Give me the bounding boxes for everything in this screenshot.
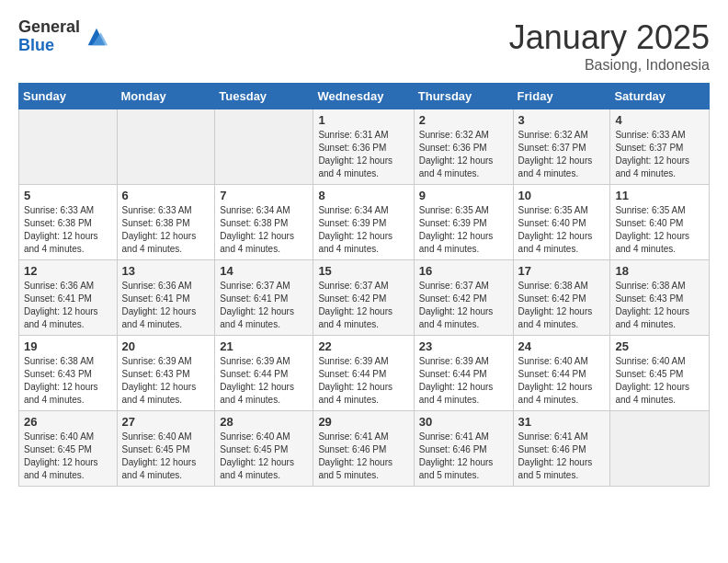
calendar-cell — [215, 109, 313, 185]
calendar-cell: 13Sunrise: 6:36 AM Sunset: 6:41 PM Dayli… — [117, 260, 215, 336]
calendar-cell: 9Sunrise: 6:35 AM Sunset: 6:39 PM Daylig… — [414, 185, 513, 260]
day-number: 18 — [615, 264, 704, 278]
day-number: 20 — [122, 339, 210, 353]
calendar-cell: 1Sunrise: 6:31 AM Sunset: 6:36 PM Daylig… — [313, 109, 414, 185]
day-info: Sunrise: 6:39 AM Sunset: 6:43 PM Dayligh… — [122, 355, 210, 407]
day-number: 5 — [24, 189, 112, 202]
day-number: 13 — [122, 264, 210, 278]
day-number: 9 — [419, 189, 508, 202]
calendar-cell: 28Sunrise: 6:40 AM Sunset: 6:45 PM Dayli… — [215, 411, 313, 487]
day-info: Sunrise: 6:32 AM Sunset: 6:37 PM Dayligh… — [518, 129, 606, 180]
calendar-cell: 15Sunrise: 6:37 AM Sunset: 6:42 PM Dayli… — [313, 260, 414, 336]
calendar-cell: 24Sunrise: 6:40 AM Sunset: 6:44 PM Dayli… — [513, 336, 610, 411]
calendar-cell: 14Sunrise: 6:37 AM Sunset: 6:41 PM Dayli… — [215, 260, 313, 336]
logo-text: General Blue — [18, 18, 80, 55]
logo-blue: Blue — [18, 37, 80, 55]
day-info: Sunrise: 6:41 AM Sunset: 6:46 PM Dayligh… — [518, 431, 606, 482]
logo: General Blue — [18, 18, 109, 55]
calendar-cell: 22Sunrise: 6:39 AM Sunset: 6:44 PM Dayli… — [313, 336, 414, 411]
day-number: 15 — [318, 264, 408, 278]
day-number: 3 — [518, 113, 606, 127]
calendar-cell: 26Sunrise: 6:40 AM Sunset: 6:45 PM Dayli… — [19, 411, 118, 487]
weekday-header-thursday: Thursday — [414, 84, 513, 109]
day-info: Sunrise: 6:36 AM Sunset: 6:41 PM Dayligh… — [24, 280, 112, 331]
calendar-cell: 19Sunrise: 6:38 AM Sunset: 6:43 PM Dayli… — [19, 336, 118, 411]
calendar-cell: 25Sunrise: 6:40 AM Sunset: 6:45 PM Dayli… — [610, 336, 710, 411]
weekday-header-tuesday: Tuesday — [215, 84, 313, 109]
day-info: Sunrise: 6:35 AM Sunset: 6:40 PM Dayligh… — [518, 204, 606, 256]
day-info: Sunrise: 6:37 AM Sunset: 6:42 PM Dayligh… — [318, 280, 408, 331]
weekday-header-sunday: Sunday — [19, 84, 118, 109]
month-title: January 2025 — [509, 18, 710, 57]
day-info: Sunrise: 6:40 AM Sunset: 6:45 PM Dayligh… — [220, 431, 308, 482]
calendar-cell: 5Sunrise: 6:33 AM Sunset: 6:38 PM Daylig… — [19, 185, 118, 260]
calendar-cell: 21Sunrise: 6:39 AM Sunset: 6:44 PM Dayli… — [215, 336, 313, 411]
day-info: Sunrise: 6:31 AM Sunset: 6:36 PM Dayligh… — [318, 129, 408, 180]
calendar-cell: 2Sunrise: 6:32 AM Sunset: 6:36 PM Daylig… — [414, 109, 513, 185]
day-number: 30 — [419, 415, 508, 429]
day-number: 8 — [318, 189, 408, 202]
calendar-cell — [610, 411, 710, 487]
day-info: Sunrise: 6:37 AM Sunset: 6:41 PM Dayligh… — [220, 280, 308, 331]
weekday-header-friday: Friday — [513, 84, 610, 109]
day-number: 16 — [419, 264, 508, 278]
day-info: Sunrise: 6:38 AM Sunset: 6:43 PM Dayligh… — [615, 280, 704, 331]
day-number: 4 — [615, 113, 704, 127]
calendar-cell: 8Sunrise: 6:34 AM Sunset: 6:39 PM Daylig… — [313, 185, 414, 260]
day-number: 25 — [615, 339, 704, 353]
day-number: 23 — [419, 339, 508, 353]
day-info: Sunrise: 6:36 AM Sunset: 6:41 PM Dayligh… — [122, 280, 210, 331]
weekday-header-saturday: Saturday — [610, 84, 710, 109]
day-info: Sunrise: 6:35 AM Sunset: 6:40 PM Dayligh… — [615, 204, 704, 256]
calendar-cell: 23Sunrise: 6:39 AM Sunset: 6:44 PM Dayli… — [414, 336, 513, 411]
day-number: 28 — [220, 415, 308, 429]
calendar-cell: 6Sunrise: 6:33 AM Sunset: 6:38 PM Daylig… — [117, 185, 215, 260]
day-info: Sunrise: 6:38 AM Sunset: 6:42 PM Dayligh… — [518, 280, 606, 331]
day-info: Sunrise: 6:41 AM Sunset: 6:46 PM Dayligh… — [318, 431, 408, 482]
day-info: Sunrise: 6:32 AM Sunset: 6:36 PM Dayligh… — [419, 129, 508, 180]
calendar-cell: 30Sunrise: 6:41 AM Sunset: 6:46 PM Dayli… — [414, 411, 513, 487]
day-info: Sunrise: 6:39 AM Sunset: 6:44 PM Dayligh… — [220, 355, 308, 407]
day-number: 26 — [24, 415, 112, 429]
day-info: Sunrise: 6:40 AM Sunset: 6:45 PM Dayligh… — [24, 431, 112, 482]
calendar-cell: 11Sunrise: 6:35 AM Sunset: 6:40 PM Dayli… — [610, 185, 710, 260]
day-number: 24 — [518, 339, 606, 353]
calendar-cell: 7Sunrise: 6:34 AM Sunset: 6:38 PM Daylig… — [215, 185, 313, 260]
calendar-cell — [117, 109, 215, 185]
day-number: 10 — [518, 189, 606, 202]
day-number: 27 — [122, 415, 210, 429]
calendar-cell: 17Sunrise: 6:38 AM Sunset: 6:42 PM Dayli… — [513, 260, 610, 336]
calendar-week-2: 5Sunrise: 6:33 AM Sunset: 6:38 PM Daylig… — [19, 185, 710, 260]
day-number: 12 — [24, 264, 112, 278]
calendar-cell: 16Sunrise: 6:37 AM Sunset: 6:42 PM Dayli… — [414, 260, 513, 336]
day-info: Sunrise: 6:38 AM Sunset: 6:43 PM Dayligh… — [24, 355, 112, 407]
calendar-week-1: 1Sunrise: 6:31 AM Sunset: 6:36 PM Daylig… — [19, 109, 710, 185]
day-info: Sunrise: 6:33 AM Sunset: 6:37 PM Dayligh… — [615, 129, 704, 180]
calendar-cell: 27Sunrise: 6:40 AM Sunset: 6:45 PM Dayli… — [117, 411, 215, 487]
day-info: Sunrise: 6:35 AM Sunset: 6:39 PM Dayligh… — [419, 204, 508, 256]
calendar-cell — [19, 109, 118, 185]
calendar-cell: 3Sunrise: 6:32 AM Sunset: 6:37 PM Daylig… — [513, 109, 610, 185]
calendar-week-4: 19Sunrise: 6:38 AM Sunset: 6:43 PM Dayli… — [19, 336, 710, 411]
day-number: 17 — [518, 264, 606, 278]
day-info: Sunrise: 6:40 AM Sunset: 6:45 PM Dayligh… — [122, 431, 210, 482]
logo-general: General — [18, 18, 80, 37]
calendar-cell: 4Sunrise: 6:33 AM Sunset: 6:37 PM Daylig… — [610, 109, 710, 185]
day-info: Sunrise: 6:39 AM Sunset: 6:44 PM Dayligh… — [419, 355, 508, 407]
day-info: Sunrise: 6:37 AM Sunset: 6:42 PM Dayligh… — [419, 280, 508, 331]
calendar-cell: 12Sunrise: 6:36 AM Sunset: 6:41 PM Dayli… — [19, 260, 118, 336]
calendar-week-3: 12Sunrise: 6:36 AM Sunset: 6:41 PM Dayli… — [19, 260, 710, 336]
calendar-cell: 29Sunrise: 6:41 AM Sunset: 6:46 PM Dayli… — [313, 411, 414, 487]
page-header: General Blue January 2025 Basiong, Indon… — [18, 18, 710, 74]
day-info: Sunrise: 6:40 AM Sunset: 6:44 PM Dayligh… — [518, 355, 606, 407]
day-number: 2 — [419, 113, 508, 127]
location-subtitle: Basiong, Indonesia — [509, 57, 710, 74]
day-info: Sunrise: 6:39 AM Sunset: 6:44 PM Dayligh… — [318, 355, 408, 407]
day-number: 29 — [318, 415, 408, 429]
logo-icon — [84, 24, 109, 50]
day-number: 21 — [220, 339, 308, 353]
title-area: January 2025 Basiong, Indonesia — [509, 18, 710, 74]
day-number: 22 — [318, 339, 408, 353]
weekday-header-monday: Monday — [117, 84, 215, 109]
day-info: Sunrise: 6:33 AM Sunset: 6:38 PM Dayligh… — [24, 204, 112, 256]
